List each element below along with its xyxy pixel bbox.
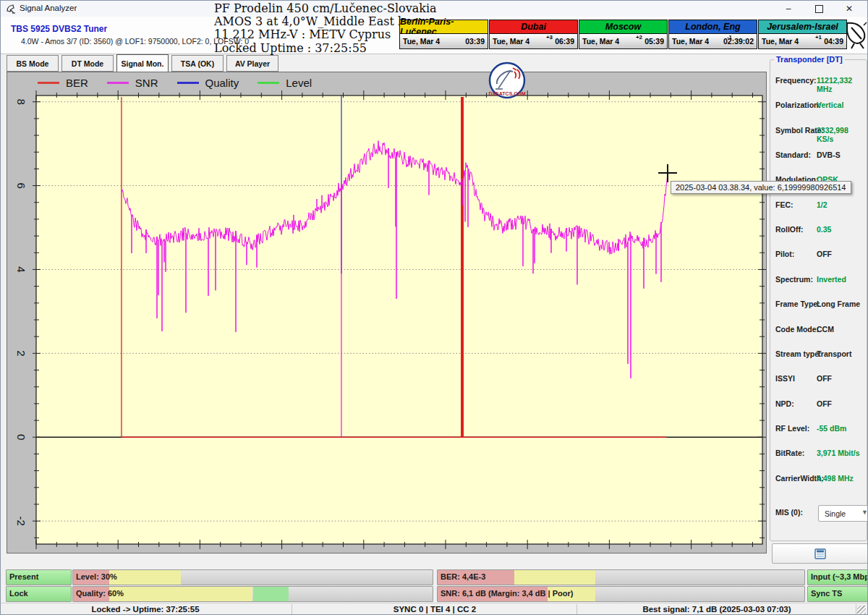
clock-4: London, EngTue, Mar 4-102:39:02 bbox=[668, 20, 757, 49]
clock-datetime: Tue, Mar 4+104:39 bbox=[758, 34, 847, 49]
chart-canvas[interactable]: 86420-2 bbox=[7, 72, 766, 553]
legend-swatch bbox=[258, 82, 279, 84]
indicator-bar-ber: BER: 4,4E-3 bbox=[437, 569, 805, 585]
minimize-button[interactable]: – bbox=[773, 1, 804, 17]
chart-legend: BERSNRQualityLevel bbox=[38, 77, 331, 89]
legend-swatch bbox=[38, 82, 59, 84]
clock-date-text: Tue, Mar 4 bbox=[762, 37, 799, 46]
svg-text:4: 4 bbox=[15, 266, 27, 272]
tab-bs-mode[interactable]: BS Mode bbox=[7, 55, 59, 72]
legend-item-ber: BER bbox=[38, 77, 88, 89]
status-best-signal: Best signal: 7,1 dB (2025-03-03 07:03) bbox=[642, 605, 791, 614]
clock-2: DubaiTue, Mar 4+306:39 bbox=[489, 20, 578, 49]
mis-dropdown[interactable]: Single ▼ bbox=[818, 505, 868, 522]
clock-datetime: Tue, Mar 4+306:39 bbox=[489, 34, 578, 49]
resize-grip[interactable] bbox=[857, 606, 866, 614]
mode-tabs: BS ModeDT ModeSignal Mon.TSA (OK)AV Play… bbox=[7, 55, 281, 72]
tp-row-value: 3332,998 KS/s bbox=[817, 126, 867, 143]
clock-date-text: Tue, Mar 4 bbox=[582, 37, 619, 46]
tp-row-value: Inverted bbox=[817, 275, 846, 284]
tp-row-value: OFF bbox=[817, 399, 832, 408]
chevron-down-icon: ▼ bbox=[861, 509, 868, 516]
clock-time-text: 04:39 bbox=[824, 37, 843, 46]
clock-city-label: Dubai bbox=[489, 20, 578, 34]
tp-row-value: Vertical bbox=[817, 101, 843, 109]
indicator-bar-lock: Lock bbox=[6, 586, 72, 602]
svg-text:8: 8 bbox=[15, 99, 27, 105]
tp-row-value: 4,498 MHz bbox=[817, 474, 854, 483]
legend-label: BER bbox=[66, 77, 88, 89]
world-clock-strip: Berlin-Paris-LučenecTue, Mar 403:39Dubai… bbox=[399, 20, 848, 49]
save-button[interactable] bbox=[772, 543, 868, 564]
clock-datetime: Tue, Mar 4-102:39:02 bbox=[668, 34, 757, 49]
tab-tsa-ok-[interactable]: TSA (OK) bbox=[171, 55, 224, 72]
tp-row-label: Polarization: bbox=[775, 101, 821, 109]
tp-row-value: DVB-S bbox=[817, 150, 841, 159]
window-title: Signal Analyzer bbox=[20, 4, 77, 12]
bar-label: BER: 4,4E-3 bbox=[441, 572, 485, 581]
tp-row-value: 0.35 bbox=[817, 225, 831, 234]
bar-segment bbox=[253, 587, 289, 601]
chart-tooltip: 2025-03-04 03.38.34, value: 6,1999998092… bbox=[671, 181, 851, 194]
legend-label: Quality bbox=[205, 77, 239, 89]
svg-text:-2: -2 bbox=[15, 516, 27, 525]
clock-time-text: 03:39 bbox=[465, 37, 485, 46]
tp-row-label: BitRate: bbox=[775, 449, 804, 457]
indicator-bar-quality: Quality: 60% bbox=[72, 586, 433, 602]
signal-chart[interactable]: BERSNRQualityLevel 86420-2 bbox=[7, 72, 767, 554]
clock-3: MoscowTue, Mar 4+205:39 bbox=[579, 20, 668, 49]
maximize-button[interactable] bbox=[804, 1, 834, 17]
clock-time-text: 06:39 bbox=[555, 37, 574, 46]
tp-row-value: Long Frame bbox=[817, 300, 860, 308]
maximize-icon bbox=[815, 5, 823, 13]
bar-label: Quality: 60% bbox=[76, 589, 124, 598]
satellite-dish-icon bbox=[844, 20, 868, 49]
app-dish-icon bbox=[6, 4, 16, 14]
clock-time-text: 05:39 bbox=[644, 37, 664, 46]
transponder-title: Transponder [DT] bbox=[774, 55, 845, 64]
clock-city-label: Moscow bbox=[579, 20, 668, 34]
status-sync: SYNC 0 | TEI 4 | CC 2 bbox=[393, 605, 476, 614]
clock-datetime: Tue, Mar 403:39 bbox=[399, 34, 488, 49]
tab-signal-mon-[interactable]: Signal Mon. bbox=[116, 54, 169, 72]
indicator-bar-syncts: Sync TS bbox=[807, 586, 868, 602]
mis-selected-value: Single bbox=[825, 509, 846, 518]
legend-item-snr: SNR bbox=[107, 77, 158, 89]
close-button[interactable]: ✕ bbox=[834, 1, 864, 17]
clock-date-text: Tue, Mar 4 bbox=[672, 37, 709, 46]
legend-label: SNR bbox=[135, 77, 158, 89]
indicator-bar-present: Present bbox=[6, 569, 72, 585]
dxsatcs-logo: DXSATCS.COM bbox=[487, 62, 527, 101]
tab-av-player[interactable]: AV Player bbox=[226, 55, 278, 72]
tp-row-label: Code Mode: bbox=[775, 325, 819, 334]
clock-utc-offset: +3 bbox=[546, 34, 553, 41]
clock-utc-offset: +1 bbox=[815, 34, 822, 41]
bar-label: Present bbox=[9, 572, 38, 581]
tp-row-label: Frame Type: bbox=[775, 300, 820, 308]
bar-label: Input (~3,3 Mbps) bbox=[811, 572, 868, 581]
tp-row-label: RollOff: bbox=[775, 225, 804, 234]
legend-item-level: Level bbox=[258, 77, 312, 89]
tp-row-label: Standard: bbox=[775, 150, 811, 159]
tp-row-value: CCM bbox=[817, 325, 834, 334]
clock-utc-offset: +2 bbox=[636, 34, 642, 41]
tp-row-label: Pilot: bbox=[775, 250, 794, 258]
bar-segment bbox=[514, 570, 595, 585]
cursor-crosshair-h bbox=[658, 172, 677, 174]
tp-row-label: Frequency: bbox=[775, 76, 817, 85]
legend-swatch bbox=[177, 82, 199, 84]
bar-label: Level: 30% bbox=[76, 572, 117, 581]
status-uptime: Locked -> Uptime: 37:25:55 bbox=[91, 605, 199, 614]
clock-5: Jerusalem-IsraelTue, Mar 4+104:39 bbox=[758, 20, 847, 49]
legend-item-quality: Quality bbox=[177, 77, 239, 89]
svg-text:6: 6 bbox=[15, 182, 27, 188]
legend-label: Level bbox=[286, 77, 312, 89]
tp-row-value: 1/2 bbox=[817, 200, 827, 209]
tab-dt-mode[interactable]: DT Mode bbox=[61, 55, 114, 72]
clock-city-label: Jerusalem-Israel bbox=[758, 20, 847, 34]
indicator-bar-input: Input (~3,3 Mbps) bbox=[807, 569, 868, 585]
signal-analyzer-window: Signal Analyzer – ✕ TBS 5925 DVBS2 Tuner… bbox=[0, 0, 868, 615]
tp-row-label: Spectrum: bbox=[775, 275, 813, 284]
status-bar: Locked -> Uptime: 37:25:55 SYNC 0 | TEI … bbox=[1, 603, 867, 615]
mis-label: MIS (0): bbox=[775, 508, 803, 517]
